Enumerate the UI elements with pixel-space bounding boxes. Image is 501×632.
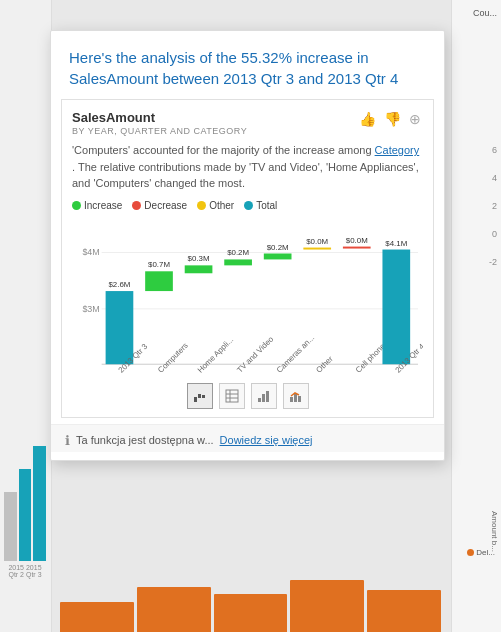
svg-text:$0.2M: $0.2M bbox=[267, 242, 289, 251]
legend-dot-other bbox=[197, 201, 206, 210]
left-bar-2 bbox=[19, 469, 32, 561]
bar-cellphones bbox=[343, 246, 371, 248]
right-bottom-label: Amount b... bbox=[490, 511, 499, 552]
svg-rect-28 bbox=[258, 398, 261, 402]
bar-2013qtr3 bbox=[106, 291, 134, 364]
chart-legend: Increase Decrease Other Total bbox=[72, 200, 423, 211]
info-icon: ℹ bbox=[65, 433, 70, 448]
chart-title: SalesAmount bbox=[72, 110, 247, 125]
bar-icon bbox=[257, 389, 271, 403]
bottom-bar-2 bbox=[137, 587, 211, 632]
svg-text:$4M: $4M bbox=[82, 247, 99, 257]
chart-type-bar[interactable] bbox=[251, 383, 277, 409]
svg-text:$0.2M: $0.2M bbox=[227, 248, 249, 257]
svg-text:$0.7M: $0.7M bbox=[148, 260, 170, 269]
svg-text:TV and Video: TV and Video bbox=[235, 334, 276, 375]
bar-2013qtr4 bbox=[382, 249, 410, 364]
card-footer: ℹ Ta funkcja jest dostępna w... Dowiedz … bbox=[51, 424, 444, 452]
table-icon bbox=[225, 389, 239, 403]
chart-description: 'Computers' accounted for the majority o… bbox=[72, 142, 423, 192]
svg-text:$2.6M: $2.6M bbox=[108, 280, 130, 289]
bottom-bar-5 bbox=[367, 590, 441, 632]
right-axis-values: 6 4 2 0 -2 bbox=[489, 145, 497, 267]
legend-decrease: Decrease bbox=[132, 200, 187, 211]
svg-rect-21 bbox=[194, 397, 197, 402]
legend-label-increase: Increase bbox=[84, 200, 122, 211]
footer-info-text: Ta funkcja jest dostępna w... bbox=[76, 434, 214, 446]
legend-total: Total bbox=[244, 200, 277, 211]
category-link[interactable]: Category bbox=[375, 144, 420, 156]
svg-text:$3M: $3M bbox=[82, 303, 99, 313]
svg-rect-22 bbox=[198, 394, 201, 398]
chart-action-icons: 👍 👎 ⊕ bbox=[357, 112, 423, 126]
axis-val-2: 2 bbox=[489, 201, 497, 211]
chart-box: SalesAmount BY YEAR, QUARTER AND CATEGOR… bbox=[61, 99, 434, 418]
legend-other: Other bbox=[197, 200, 234, 211]
bottom-bar-1 bbox=[60, 602, 134, 632]
svg-rect-24 bbox=[226, 390, 238, 402]
right-panel: Cou... 6 4 2 0 -2 Amount b... Del... bbox=[451, 0, 501, 632]
bar-home-appli bbox=[185, 265, 213, 273]
svg-text:$0.0M: $0.0M bbox=[306, 236, 328, 245]
bar-tv-video bbox=[224, 259, 252, 265]
legend-label-total: Total bbox=[256, 200, 277, 211]
legend-label-decrease: Decrease bbox=[144, 200, 187, 211]
bar-computers bbox=[145, 271, 173, 291]
thumbs-down-button[interactable]: 👎 bbox=[382, 112, 403, 126]
axis-val-6: 6 bbox=[489, 145, 497, 155]
left-chart-labels: 2015 2015 Qtr 2 Qtr 3 bbox=[4, 564, 46, 578]
legend-label-other: Other bbox=[209, 200, 234, 211]
expand-button[interactable]: ⊕ bbox=[407, 112, 423, 126]
svg-text:$4.1M: $4.1M bbox=[385, 238, 407, 247]
card-title: Here's the analysis of the 55.32% increa… bbox=[69, 47, 426, 89]
analysis-card: Here's the analysis of the 55.32% increa… bbox=[50, 30, 445, 461]
left-bar-3 bbox=[33, 446, 46, 561]
thumbs-up-button[interactable]: 👍 bbox=[357, 112, 378, 126]
bottom-bars-bg bbox=[50, 572, 451, 632]
desc-part1: 'Computers' accounted for the majority o… bbox=[72, 144, 372, 156]
right-legend-dot bbox=[467, 549, 474, 556]
bottom-bar-3 bbox=[214, 594, 288, 632]
legend-dot-total bbox=[244, 201, 253, 210]
waterfall-chart: $4M $3M $2.6M 2013 Qtr 3 $0.7M Computers bbox=[72, 217, 423, 377]
chart-type-buttons bbox=[72, 383, 423, 409]
waterfall-icon bbox=[193, 389, 207, 403]
svg-rect-31 bbox=[290, 397, 293, 402]
svg-text:$0.0M: $0.0M bbox=[346, 235, 368, 244]
chart-type-waterfall[interactable] bbox=[187, 383, 213, 409]
chart-type-table[interactable] bbox=[219, 383, 245, 409]
bar-cameras bbox=[264, 253, 292, 259]
svg-rect-30 bbox=[266, 391, 269, 402]
legend-dot-decrease bbox=[132, 201, 141, 210]
right-legend: Del... bbox=[467, 548, 495, 557]
card-header: Here's the analysis of the 55.32% increa… bbox=[51, 31, 444, 99]
learn-more-link[interactable]: Dowiedz się więcej bbox=[220, 434, 313, 446]
chart-subtitle: BY YEAR, QUARTER AND CATEGORY bbox=[72, 126, 247, 136]
svg-text:Computers: Computers bbox=[156, 340, 190, 374]
axis-val-4: 4 bbox=[489, 173, 497, 183]
chart-type-combo[interactable] bbox=[283, 383, 309, 409]
svg-rect-23 bbox=[202, 395, 205, 398]
axis-val-neg2: -2 bbox=[489, 257, 497, 267]
bottom-bar-4 bbox=[290, 580, 364, 632]
svg-rect-29 bbox=[262, 394, 265, 402]
svg-text:$0.3M: $0.3M bbox=[188, 254, 210, 263]
legend-increase: Increase bbox=[72, 200, 122, 211]
legend-dot-increase bbox=[72, 201, 81, 210]
left-chart-bars bbox=[4, 446, 46, 561]
chart-svg: $4M $3M $2.6M 2013 Qtr 3 $0.7M Computers bbox=[72, 217, 423, 377]
svg-rect-33 bbox=[298, 396, 301, 402]
axis-val-0: 0 bbox=[489, 229, 497, 239]
svg-rect-32 bbox=[294, 394, 297, 402]
right-col-label: Cou... bbox=[473, 8, 497, 18]
left-bar-1 bbox=[4, 492, 17, 561]
chart-header: SalesAmount BY YEAR, QUARTER AND CATEGOR… bbox=[72, 110, 423, 136]
left-mini-chart: 2015 2015 Qtr 2 Qtr 3 bbox=[0, 442, 50, 582]
combo-icon bbox=[289, 389, 303, 403]
svg-text:Cameras an...: Cameras an... bbox=[275, 333, 316, 374]
chart-title-block: SalesAmount BY YEAR, QUARTER AND CATEGOR… bbox=[72, 110, 247, 136]
bar-other bbox=[303, 247, 331, 249]
right-legend-label: Del... bbox=[476, 548, 495, 557]
desc-part2: . The relative contributions made by 'TV… bbox=[72, 161, 419, 190]
svg-text:Home Appli...: Home Appli... bbox=[196, 335, 236, 375]
